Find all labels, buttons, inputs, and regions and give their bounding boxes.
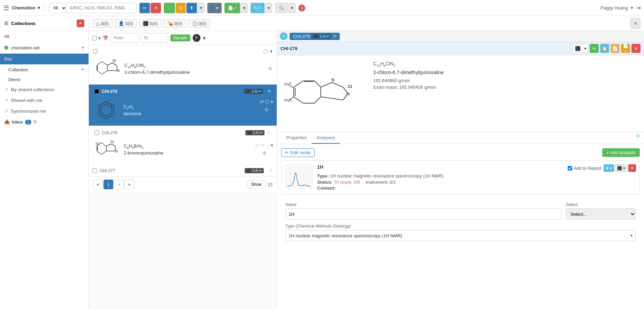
search-input[interactable] [67, 3, 137, 13]
tab-research[interactable]: 📋 0(0) [188, 19, 210, 28]
analysis-download-btn[interactable]: ⬇ ▾ [604, 164, 614, 172]
tab-analyses[interactable]: Analyses [312, 132, 340, 144]
add-to-report-checkbox[interactable] [568, 166, 572, 171]
sort-button[interactable]: ≡ [630, 18, 641, 29]
sidebar-item-synchronized[interactable]: ↗ Synchronized me [0, 106, 89, 117]
form-section: Name Status Select... [281, 198, 640, 249]
tab-reactions[interactable]: 👤 0(0) [115, 19, 137, 28]
notes-icon[interactable]: ≡ [636, 132, 640, 144]
sync-caret[interactable]: ▾ [265, 3, 272, 13]
my-shared-label: My shared collections [11, 87, 54, 92]
table-row[interactable]: CHI-277 ⬛ 1-0 ↩ ✛ [89, 165, 277, 176]
edit-button[interactable]: ✏ [139, 3, 150, 13]
to-input[interactable] [140, 33, 168, 43]
sidebar-item-doc[interactable]: Doc [0, 54, 89, 64]
detail-title-bar: CHI-279 [281, 46, 570, 51]
show-button[interactable]: Show [247, 181, 266, 188]
drag-icon-chi277[interactable]: ✛ [269, 168, 273, 173]
benzene-svg [96, 100, 117, 121]
tab-molecules[interactable]: △ 3(0) [92, 19, 113, 28]
row-checkbox-chi277[interactable] [92, 168, 97, 173]
detail-edit-button[interactable]: ✏ [590, 44, 599, 53]
search-type-select[interactable]: All [49, 3, 67, 13]
move-icon-chi278[interactable]: ✛ [262, 150, 267, 157]
forward-button[interactable]: → [164, 3, 175, 13]
page-1-button[interactable]: 1 [104, 180, 113, 189]
analysis-card: 1H Add to Report ⬇ ▾ ⬛ ▾ [281, 160, 640, 195]
chemotion-add-icon[interactable]: + [81, 45, 84, 51]
move-icon-0[interactable]: ✛ [268, 65, 273, 72]
action1-caret[interactable]: ▾ [198, 3, 205, 13]
svg-text:Br: Br [95, 141, 100, 146]
checkbox-caret[interactable]: ▾ [98, 35, 101, 41]
table-row[interactable]: CHI-279 ⬛ 1-0 ↩ ✛ C6H6 [89, 85, 277, 126]
format-caret[interactable]: ▾ [241, 3, 248, 13]
expand-icon-chi279[interactable]: ▾ [271, 99, 273, 104]
tab-properties[interactable]: Properties [281, 132, 312, 144]
detail-format-button[interactable]: 📄✓ [621, 44, 630, 53]
drag-icon-chi278[interactable]: ✛ [267, 130, 271, 135]
mol-formula-chi279: C6H6 [124, 104, 256, 110]
tab-wellplates[interactable]: ⬛ 0(0) [139, 19, 161, 28]
expand-icon-chi278[interactable]: ▾ [271, 143, 273, 148]
share-button[interactable]: ⬆ [186, 3, 197, 13]
detail-delete-button[interactable]: ✕ [631, 44, 641, 53]
tab-screens[interactable]: 💊 0(0) [163, 19, 186, 28]
status-label: Status [566, 202, 636, 207]
sidebar-item-my-shared[interactable]: ↗ My shared collections [0, 84, 89, 95]
sidebar-item-collection[interactable]: Collection + [0, 64, 89, 75]
sync-button[interactable]: ↻ + [251, 3, 264, 13]
detail-refresh-icon[interactable]: ↻ [280, 32, 288, 40]
from-input[interactable] [110, 33, 138, 43]
detail-copy-button[interactable]: 📋 [600, 44, 609, 53]
svg-text:H₃C: H₃C [284, 82, 292, 87]
notification-badge[interactable]: 0 [298, 5, 305, 11]
logout-icon[interactable]: ⇥ [636, 5, 641, 11]
chi278-label: CHI-278 [102, 130, 243, 135]
detail-view-caret[interactable]: ▾ [583, 46, 588, 51]
type-select-caret[interactable]: ▾ [630, 233, 632, 238]
sidebar-inbox[interactable]: 📥 Inbox 1 ↻ [0, 117, 89, 127]
search2-button[interactable]: 🔍 [275, 3, 288, 13]
add-analysis-label: + Add analysis [606, 150, 636, 155]
collection-add-icon[interactable]: + [81, 66, 84, 73]
detail-share-button[interactable]: 📄 [611, 44, 620, 53]
hamburger-icon[interactable]: ☰ [3, 4, 9, 12]
sidebar-item-chemotion[interactable]: chemotion.net + [0, 42, 89, 54]
analysis-delete-btn[interactable]: ✕ [628, 164, 636, 172]
inbox-refresh-icon[interactable]: ↻ [33, 119, 37, 125]
brand-caret[interactable]: ▾ [38, 5, 40, 10]
sidebar-close-button[interactable]: ✕ [77, 19, 84, 27]
page-last-button[interactable]: » [124, 180, 134, 189]
name-input[interactable] [285, 208, 562, 220]
page-next-button[interactable]: › [114, 180, 124, 189]
table-row[interactable]: ⬡ ▾ [89, 45, 277, 85]
select-all-checkbox[interactable] [92, 36, 97, 40]
chemotion-label: chemotion.net [11, 45, 40, 50]
move-icon-chi279[interactable]: ✛ [264, 106, 269, 113]
filter-down-icon[interactable]: ▾ [203, 35, 206, 41]
svg-line-4 [97, 71, 102, 74]
add-analysis-button[interactable]: + Add analysis [602, 148, 640, 157]
drag-icon-chi279[interactable]: ✛ [267, 89, 271, 94]
copy-button[interactable]: ⧉ [176, 3, 186, 13]
manage-button[interactable]: 👥▾ [207, 3, 222, 13]
format-button[interactable]: 📄✓ [224, 3, 240, 13]
row-checkbox-chi278[interactable] [94, 130, 99, 135]
sidebar-item-demo[interactable]: Demo [0, 75, 89, 84]
row-checkbox-0[interactable] [93, 49, 98, 54]
filter-p-button[interactable]: P [192, 34, 201, 42]
user-caret[interactable]: ▾ [631, 5, 633, 10]
detail-tab-close-icon[interactable]: ↻ [333, 34, 336, 39]
page-first-button[interactable]: « [93, 180, 103, 189]
sidebar-item-all[interactable]: All [0, 31, 89, 42]
status-select[interactable]: Select... [566, 208, 636, 220]
row-checkbox-chi279[interactable] [94, 89, 99, 94]
table-row[interactable]: CHI-278 ⬛ 1-0 ↩ ✛ [89, 126, 277, 165]
delete-button[interactable]: ✕ [151, 3, 161, 13]
sidebar-item-shared-with-me[interactable]: ↗ Shared with me [0, 95, 89, 106]
expand-icon-0[interactable]: ▾ [270, 49, 273, 54]
edit-mode-button[interactable]: ✏ Edit mode [281, 148, 315, 157]
analysis-view-btn[interactable]: ⬛ ▾ [615, 164, 628, 172]
search2-caret[interactable]: ▾ [289, 3, 296, 13]
